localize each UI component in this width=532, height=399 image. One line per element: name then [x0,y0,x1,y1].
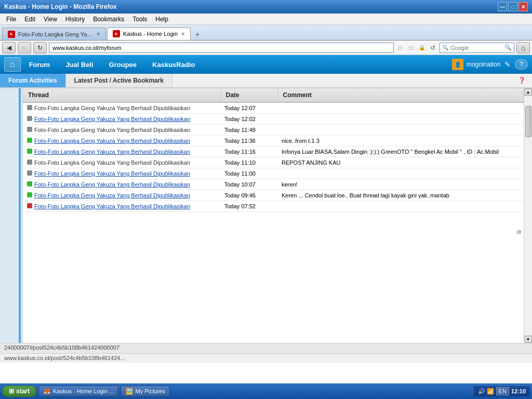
thread-title[interactable]: Foto-Foto Langka Geng Yakuza Yang Berhas… [34,170,190,177]
address-bar: ◀ ▶ ↻ ☆ ☆ 🔒 ↺ 🔍 🔍 ⌂ [0,41,532,55]
table-row: Foto-Foto Langka Geng Yakuza Yang Berhas… [23,201,524,212]
scrollbar-down[interactable]: ▼ [525,336,532,343]
thread-title[interactable]: Foto-Foto Langka Geng Yakuza Yang Berhas… [34,149,190,155]
search-input[interactable] [450,45,502,51]
site-nav-bar: ⌂ Forum Jual Beli Groupee KaskusRadio 👤 … [0,55,532,74]
thread-table: Thread Date Comment Foto-Foto Langka Gen… [23,88,524,212]
forward-button[interactable]: ▶ [18,42,31,54]
search-engine-icon: 🔍 [442,45,448,50]
browser-tab-1[interactable]: K Foto-Foto Langka Geng Yakuza Yang Ber.… [2,28,106,40]
close-button[interactable]: ✕ [518,2,528,11]
new-tab-button[interactable]: + [192,29,203,40]
table-row: Foto-Foto Langka Geng Yakuza Yang Berhas… [23,179,524,190]
bookmark-star-icon[interactable]: ☆ [396,43,405,53]
comment-cell: keren! [277,179,524,190]
status-url: www.kaskus.co.id/post/524c4b5b108b461424… [4,355,125,361]
nav-kaskus-radio[interactable]: KaskusRadio [145,57,202,72]
browser-tab-2[interactable]: K Kaskus - Home Login ✕ [107,28,191,40]
nav-groupee[interactable]: Groupee [102,57,144,72]
table-row: Foto-Foto Langka Geng Yakuza Yang Berhas… [23,102,524,114]
menu-edit[interactable]: Edit [20,15,39,24]
page-help-icon[interactable]: ❓ [512,74,532,87]
nav-forum[interactable]: Forum [22,57,57,72]
search-box[interactable]: 🔍 🔍 [440,43,514,53]
search-button[interactable]: 🔍 [504,44,512,51]
table-row: Foto-Foto Langka Geng Yakuza Yang Berhas… [23,114,524,125]
tab-close-1[interactable]: ✕ [96,31,100,37]
edit-profile-button[interactable]: ✎ [501,59,514,70]
thread-cell: Foto-Foto Langka Geng Yakuza Yang Berhas… [23,136,220,147]
date-cell: Today 11:36 [220,136,277,147]
status-bar: www.kaskus.co.id/post/524c4b5b108b461424… [0,353,532,363]
menu-help[interactable]: Help [151,15,172,24]
thread-cell: Foto-Foto Langka Geng Yakuza Yang Berhas… [23,179,220,190]
status-dot [27,138,32,143]
date-cell: Today 11:10 [220,157,277,168]
thread-cell: Foto-Foto Langka Geng Yakuza Yang Berhas… [23,190,220,201]
bottom-url-bar: 24000007#post524c4b5b108b461424000007 [0,343,532,353]
menu-view[interactable]: View [39,15,61,24]
date-cell: Today 10:07 [220,179,277,190]
status-dot [27,116,32,121]
maximize-button[interactable]: □ [508,2,517,11]
thread-cell: Foto-Foto Langka Geng Yakuza Yang Berhas… [23,125,220,136]
thread-title: Foto-Foto Langka Geng Yakuza Yang Berhas… [34,127,190,133]
tab-latest-post[interactable]: Latest Post / Active Bookmark [66,74,172,87]
home-button[interactable]: ⌂ [516,42,530,54]
thread-title[interactable]: Foto-Foto Langka Geng Yakuza Yang Berhas… [34,192,190,198]
thread-cell: Foto-Foto Langka Geng Yakuza Yang Berhas… [23,114,220,125]
help-button[interactable]: ? [515,59,528,70]
menu-bookmarks[interactable]: Bookmarks [89,15,128,24]
page-content: Forum Activities Latest Post / Active Bo… [0,74,532,353]
status-dot [27,181,32,187]
status-dot [27,127,32,132]
thread-cell: Foto-Foto Langka Geng Yakuza Yang Berhas… [23,147,220,157]
username-label: mogolnation [467,61,500,68]
dr-label: dr [516,229,522,235]
address-input[interactable] [49,43,394,53]
menu-file[interactable]: File [2,15,20,24]
menu-bar: File Edit View History Bookmarks Tools H… [0,14,532,25]
tab-close-2[interactable]: ✕ [181,31,185,37]
date-cell: Today 11:00 [220,168,277,179]
scrollbar-thumb[interactable] [525,106,531,137]
bottom-url-text: 24000007#post524c4b5b108b461424000007 [4,344,119,351]
minimize-button[interactable]: — [498,2,507,11]
window-title-bar: Kaskus - Home Login - Mozilla Firefox — … [0,0,532,14]
date-cell: Today 11:16 [220,147,277,157]
table-row: Foto-Foto Langka Geng Yakuza Yang Berhas… [23,147,524,157]
right-scrollbar[interactable]: ▲ ▼ [524,88,532,343]
main-content[interactable]: Thread Date Comment Foto-Foto Langka Gen… [23,88,524,343]
menu-tools[interactable]: Tools [128,15,151,24]
thread-cell: Foto-Foto Langka Geng Yakuza Yang Berhas… [23,168,220,179]
reload-icon[interactable]: ↺ [428,43,437,52]
menu-history[interactable]: History [61,15,89,24]
thread-title[interactable]: Foto-Foto Langka Geng Yakuza Yang Berhas… [34,181,190,188]
table-row: Foto-Foto Langka Geng Yakuza Yang Berhas… [23,190,524,201]
thread-title: Foto-Foto Langka Geng Yakuza Yang Berhas… [34,159,190,166]
browser-tab-bar: K Foto-Foto Langka Geng Yakuza Yang Ber.… [0,25,532,41]
nav-jual-beli[interactable]: Jual Beli [58,57,100,72]
status-dot [27,170,32,176]
col-date: Date [220,88,277,102]
window-controls: — □ ✕ [498,2,528,11]
scrollbar-up[interactable]: ▲ [525,88,532,96]
thread-title[interactable]: Foto-Foto Langka Geng Yakuza Yang Berhas… [34,138,190,144]
thread-title[interactable]: Foto-Foto Langka Geng Yakuza Yang Berhas… [34,203,190,209]
col-comment: Comment [277,88,524,102]
status-dot [27,149,32,154]
left-sidebar [0,88,23,343]
comment-cell [277,168,524,179]
col-thread: Thread [23,88,220,102]
refresh-button[interactable]: ↻ [33,42,47,54]
page-tabs-row: Forum Activities Latest Post / Active Bo… [0,74,532,88]
status-dot [27,105,32,110]
back-button[interactable]: ◀ [2,42,16,54]
site-home-button[interactable]: ⌂ [4,57,21,72]
table-row: Foto-Foto Langka Geng Yakuza Yang Berhas… [23,136,524,147]
tab-label-2: Kaskus - Home Login [123,31,178,37]
bookmark-star2-icon[interactable]: ☆ [407,43,416,53]
tab-forum-activities[interactable]: Forum Activities [0,74,66,87]
tab-favicon-2: K [113,30,120,37]
thread-title[interactable]: Foto-Foto Langka Geng Yakuza Yang Berhas… [34,116,190,122]
